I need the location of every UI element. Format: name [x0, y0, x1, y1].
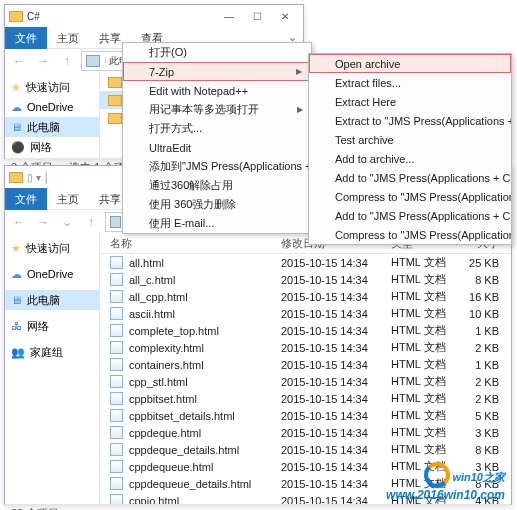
- html-file-icon: [110, 273, 123, 286]
- context-menu: 打开(O)7-Zip▶Edit with Notepad++用记事本等多选项打开…: [122, 42, 312, 234]
- table-row[interactable]: cppio.html2015-10-15 14:34HTML 文档4 KB: [100, 492, 511, 504]
- sidebar-item-thispc[interactable]: 🖥此电脑: [5, 290, 99, 310]
- file-content[interactable]: 名称 修改日期 类型 大小 all.html2015-10-15 14:34HT…: [100, 234, 511, 504]
- sidebar-item-thispc[interactable]: 🖥此电脑: [5, 117, 99, 137]
- table-row[interactable]: complete_top.html2015-10-15 14:34HTML 文档…: [100, 322, 511, 339]
- file-type: HTML 文档: [391, 323, 461, 338]
- sidebar-item-onedrive[interactable]: ☁OneDrive: [5, 264, 99, 284]
- tab-home[interactable]: 主页: [47, 27, 89, 49]
- table-row[interactable]: complexity.html2015-10-15 14:34HTML 文档2 …: [100, 339, 511, 356]
- file-name: cppdeque.html: [129, 427, 201, 439]
- window-title: C#: [27, 11, 215, 22]
- file-size: 2 KB: [461, 393, 511, 405]
- menu-item[interactable]: Extract to "JMS Press(Applications + Cod…: [309, 111, 511, 130]
- sidebar-label: 网络: [30, 140, 52, 155]
- html-file-icon: [110, 307, 123, 320]
- file-type: HTML 文档: [391, 289, 461, 304]
- menu-item[interactable]: Add to "JMS Press(Applications + Co.de +…: [309, 168, 511, 187]
- menu-item[interactable]: 打开(O): [123, 43, 311, 62]
- menu-label: Extract files...: [335, 77, 401, 89]
- menu-item[interactable]: Test archive: [309, 130, 511, 149]
- table-row[interactable]: all_c.html2015-10-15 14:34HTML 文档8 KB: [100, 271, 511, 288]
- table-row[interactable]: ascii.html2015-10-15 14:34HTML 文档10 KB: [100, 305, 511, 322]
- maximize-button[interactable]: ☐: [243, 6, 271, 26]
- menu-item[interactable]: Compress to "JMS Press(Applications + Co…: [309, 187, 511, 206]
- table-row[interactable]: cppbitset_details.html2015-10-15 14:34HT…: [100, 407, 511, 424]
- file-date: 2015-10-15 14:34: [281, 444, 391, 456]
- nav-up-icon[interactable]: ↑: [57, 51, 77, 71]
- file-size: 8 KB: [461, 274, 511, 286]
- close-button[interactable]: ✕: [271, 6, 299, 26]
- menu-item[interactable]: Compress to "JMS Press(Applications + Co…: [309, 225, 511, 244]
- sidebar-item-onedrive[interactable]: ☁OneDrive: [5, 97, 99, 117]
- sidebar-label: 此电脑: [27, 293, 60, 308]
- menu-label: Extract to "JMS Press(Applications + Cod…: [335, 115, 511, 127]
- table-row[interactable]: cppdeque_details.html2015-10-15 14:34HTM…: [100, 441, 511, 458]
- file-name: cppio.html: [129, 495, 179, 505]
- menu-item[interactable]: 添加到"JMS Press(Applications + Code + Mark…: [123, 157, 311, 176]
- nav-fwd-icon[interactable]: →: [33, 51, 53, 71]
- menu-item[interactable]: Extract Here: [309, 92, 511, 111]
- menu-label: Add to archive...: [335, 153, 415, 165]
- file-size: 2 KB: [461, 342, 511, 354]
- menu-item[interactable]: Add to "JMS Press(Applications + Code + …: [309, 206, 511, 225]
- menu-item[interactable]: 7-Zip▶: [123, 62, 311, 81]
- menu-item[interactable]: Open archive: [309, 54, 511, 73]
- file-size: 8 KB: [461, 478, 511, 490]
- menu-item[interactable]: 用记事本等多选项打开▶: [123, 100, 311, 119]
- file-list[interactable]: all.html2015-10-15 14:34HTML 文档25 KBall_…: [100, 254, 511, 504]
- pc-icon: 🖥: [11, 121, 22, 133]
- menu-label: Add to "JMS Press(Applications + Co.de +…: [335, 172, 511, 184]
- sidebar-item-network[interactable]: ⚫网络: [5, 137, 99, 157]
- col-name[interactable]: 名称: [110, 236, 281, 251]
- menu-item[interactable]: 通过360解除占用: [123, 176, 311, 195]
- file-name: cppbitset_details.html: [129, 410, 235, 422]
- table-row[interactable]: containers.html2015-10-15 14:34HTML 文档1 …: [100, 356, 511, 373]
- tab-file[interactable]: 文件: [5, 27, 47, 49]
- file-name: cpp_stl.html: [129, 376, 188, 388]
- html-file-icon: [110, 494, 123, 504]
- file-type: HTML 文档: [391, 493, 461, 504]
- sidebar-label: 家庭组: [30, 345, 63, 360]
- cloud-icon: ☁: [11, 268, 22, 281]
- menu-item[interactable]: Edit with Notepad++: [123, 81, 311, 100]
- table-row[interactable]: cppbitset.html2015-10-15 14:34HTML 文档2 K…: [100, 390, 511, 407]
- minimize-button[interactable]: —: [215, 6, 243, 26]
- tab-home[interactable]: 主页: [47, 188, 89, 210]
- file-type: HTML 文档: [391, 408, 461, 423]
- html-file-icon: [110, 460, 123, 473]
- menu-item[interactable]: 使用 E-mail...: [123, 214, 311, 233]
- tab-file[interactable]: 文件: [5, 188, 47, 210]
- table-row[interactable]: cppdequeue_details.html2015-10-15 14:34H…: [100, 475, 511, 492]
- sidebar-label: 此电脑: [27, 120, 60, 135]
- html-file-icon: [110, 409, 123, 422]
- sidebar-item-quick[interactable]: ★快速访问: [5, 238, 99, 258]
- nav-recent-icon[interactable]: ⌄: [57, 212, 77, 232]
- nav-back-icon[interactable]: ←: [9, 212, 29, 232]
- table-row[interactable]: cppdeque.html2015-10-15 14:34HTML 文档3 KB: [100, 424, 511, 441]
- table-row[interactable]: all.html2015-10-15 14:34HTML 文档25 KB: [100, 254, 511, 271]
- table-row[interactable]: cppdequeue.html2015-10-15 14:34HTML 文档3 …: [100, 458, 511, 475]
- sidebar-item-network[interactable]: 🖧网络: [5, 316, 99, 336]
- html-file-icon: [110, 358, 123, 371]
- menu-item[interactable]: 使用 360强力删除: [123, 195, 311, 214]
- menu-item[interactable]: UltraEdit: [123, 138, 311, 157]
- context-submenu-7zip: Open archiveExtract files...Extract Here…: [308, 53, 512, 245]
- nav-up-icon[interactable]: ↑: [81, 212, 101, 232]
- sidebar-item-quick[interactable]: ★快速访问: [5, 77, 99, 97]
- titlebar[interactable]: C# — ☐ ✕: [5, 5, 303, 27]
- table-row[interactable]: cpp_stl.html2015-10-15 14:34HTML 文档2 KB: [100, 373, 511, 390]
- file-size: 25 KB: [461, 257, 511, 269]
- menu-label: Test archive: [335, 134, 394, 146]
- sidebar-item-homegroup[interactable]: 👥家庭组: [5, 342, 99, 362]
- file-date: 2015-10-15 14:34: [281, 274, 391, 286]
- menu-item[interactable]: Add to archive...: [309, 149, 511, 168]
- nav-back-icon[interactable]: ←: [9, 51, 29, 71]
- table-row[interactable]: all_cpp.html2015-10-15 14:34HTML 文档16 KB: [100, 288, 511, 305]
- file-name: cppdeque_details.html: [129, 444, 239, 456]
- file-date: 2015-10-15 14:34: [281, 495, 391, 505]
- file-size: 3 KB: [461, 427, 511, 439]
- nav-fwd-icon[interactable]: →: [33, 212, 53, 232]
- menu-item[interactable]: 打开方式...: [123, 119, 311, 138]
- menu-item[interactable]: Extract files...: [309, 73, 511, 92]
